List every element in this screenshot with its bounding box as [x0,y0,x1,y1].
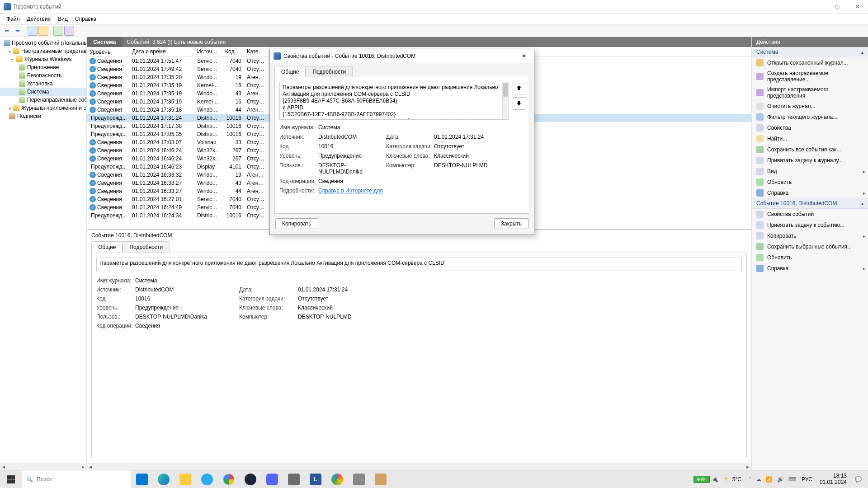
taskbar-app[interactable] [131,470,153,488]
tree-hscroll[interactable]: ◂▸ [0,463,87,470]
detail-tab-details[interactable]: Подробности [123,241,170,253]
back-icon[interactable]: ⬅ [2,26,12,36]
weather-widget[interactable]: ⛅ 5°C [720,476,745,483]
taskbar-app[interactable] [175,470,196,488]
desc-scrollbar[interactable] [502,82,509,119]
taskbar-app[interactable] [218,470,240,488]
tree-item-security[interactable]: Безопасность [0,71,86,80]
tree-item-application[interactable]: Приложение [0,63,86,71]
actions-item[interactable]: Справка▸ [752,188,868,198]
col-src[interactable]: Источн... [194,47,222,56]
actions-item[interactable]: Сохранить выбранные события... [752,241,868,252]
taskbar-app[interactable]: L [305,470,326,488]
tree-app-logs[interactable]: ▸ Журналы приложений и служб [0,104,86,112]
actions-item[interactable]: Сохранить все события как... [752,144,868,155]
toolbar-icon-2[interactable] [38,26,48,36]
actions-item[interactable]: Открыть сохраненный журнал... [752,57,868,68]
actions-item[interactable]: Свойства [752,122,868,133]
taskbar: 🔍 Поиск L 96% 🔌 ⛅ 5°C ˄ ☁ 📶 🔊 ⌨ РУС [0,470,868,488]
actions-item[interactable]: Очистить журнал... [752,101,868,112]
actions-item[interactable]: Импорт настраиваемого представления [752,84,868,101]
tray-chevron-icon[interactable]: ˄ [749,476,751,483]
forward-icon[interactable]: ➡ [13,26,23,36]
taskbar-app[interactable] [370,470,392,488]
taskbar-app[interactable] [153,470,175,488]
wifi-icon[interactable]: 📶 [766,476,773,483]
maximize-button[interactable]: ▢ [826,0,847,14]
language-indicator[interactable]: РУС [800,476,814,483]
copy-button[interactable]: Копировать [275,218,318,229]
menu-help[interactable]: Справка [71,14,100,23]
toolbar-icon-4[interactable] [64,26,74,36]
power-icon: 🔌 [712,476,718,483]
close-dialog-button[interactable]: Закрыть [494,218,528,229]
toolbar-icon-1[interactable] [28,26,38,36]
keyboard-icon[interactable]: ⌨ [788,476,796,483]
info-icon [90,147,96,154]
minimize-button[interactable]: — [806,0,826,14]
action-icon [756,113,764,121]
actions-item[interactable]: Привязать задачу к событию... [752,220,868,230]
expander-icon[interactable]: ▸ [9,49,11,54]
tree-windows-logs[interactable]: ▾ Журналы Windows [0,55,86,63]
actions-section-system[interactable]: Система▴ [752,47,868,57]
actions-item[interactable]: Фильтр текущего журнала... [752,112,868,122]
detail-tab-general[interactable]: Общие [91,241,123,253]
tree-item-forwarded[interactable]: Перенаправленные события [0,96,86,104]
dialog-tab-details[interactable]: Подробности [306,66,353,77]
menu-view[interactable]: Вид [54,14,71,23]
actions-item[interactable]: Найти... [752,133,868,144]
start-button[interactable] [0,470,22,488]
tree-item-setup[interactable]: Установка [0,80,86,88]
detail-description: Параметры разрешений для конкретного при… [96,258,742,271]
prev-event-button[interactable]: 🡅 [513,82,525,94]
actions-item[interactable]: Обновить [752,177,868,188]
action-icon [756,59,764,66]
actions-item[interactable]: Создать настраиваемое представление... [752,68,868,84]
taskbar-app[interactable] [240,470,261,488]
actions-item[interactable]: Свойства событий [752,209,868,220]
col-date[interactable]: Дата и время [129,47,194,56]
col-level[interactable]: Уровень [87,47,129,56]
info-icon [90,196,96,202]
dialog-tab-general[interactable]: Общие [274,66,306,77]
expander-icon[interactable]: ▸ [9,106,11,111]
next-event-button[interactable]: 🡇 [513,97,525,110]
info-icon [90,204,96,211]
actions-item[interactable]: Копировать▸ [752,230,868,241]
close-button[interactable]: ✕ [847,0,868,14]
actions-item[interactable]: Справка▸ [752,263,868,274]
dialog-close-button[interactable]: ✕ [514,49,534,63]
menu-file[interactable]: Файл [3,14,24,23]
taskbar-app[interactable] [283,470,305,488]
col-id[interactable]: Код со... [222,47,244,56]
info-icon [90,82,96,89]
help-link[interactable]: Справка в Интернете для [318,188,383,194]
dialog-titlebar[interactable]: Свойства событий - Событие 10016, Distri… [270,49,534,63]
taskbar-clock[interactable]: 18:13 01.01.2024 [816,473,850,486]
onedrive-icon[interactable]: ☁ [756,476,761,483]
tree-item-system[interactable]: Система [0,88,86,96]
battery-indicator[interactable]: 96% [693,476,710,483]
col-cat[interactable]: Катего... [244,47,269,56]
taskbar-app[interactable] [196,470,218,488]
actions-item[interactable]: Обновить [752,252,868,263]
taskbar-app[interactable] [348,470,370,488]
tree-subscriptions[interactable]: Подписки [0,112,86,120]
actions-item[interactable]: Привязать задачу к журналу... [752,155,868,166]
tree-root[interactable]: Просмотр событий (Локальный) [0,39,86,47]
actions-section-event[interactable]: Событие 10016, DistributedCOM▴ [752,198,868,209]
taskbar-app[interactable] [326,470,348,488]
tree-custom-views[interactable]: ▸ Настраиваемые представления [0,47,86,55]
actions-item[interactable]: Вид▸ [752,166,868,177]
expander-icon[interactable]: ▾ [9,57,14,62]
toolbar-icon-3[interactable] [53,26,63,36]
taskbar-app[interactable] [261,470,283,488]
volume-icon[interactable]: 🔊 [777,476,784,483]
center-hscroll[interactable]: ◂▸ [87,463,751,470]
menu-action[interactable]: Действие [24,14,55,23]
action-icon [756,89,764,96]
notifications-icon[interactable]: 💬 [852,476,864,483]
action-icon [756,73,764,80]
taskbar-search[interactable]: 🔍 Поиск [22,470,131,488]
